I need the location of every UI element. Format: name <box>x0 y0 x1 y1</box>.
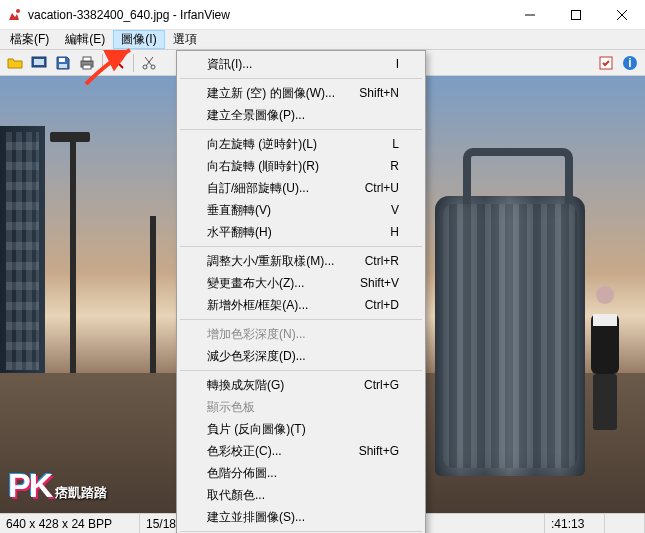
save-button[interactable] <box>52 52 74 74</box>
menu-item-label: 新增外框/框架(A)... <box>207 297 349 314</box>
menu-item-label: 建立全景圖像(P)... <box>207 107 399 124</box>
menu-item-label: 色彩校正(C)... <box>207 443 343 460</box>
menu-item[interactable]: 轉換成灰階(G)Ctrl+G <box>179 374 423 396</box>
watermark-logo: PK <box>8 466 51 505</box>
menu-item[interactable]: 負片 (反向圖像)(T) <box>179 418 423 440</box>
menu-separator <box>180 370 422 371</box>
menu-separator <box>180 129 422 130</box>
menu-item[interactable]: 建立並排圖像(S)... <box>179 506 423 528</box>
svg-rect-0 <box>6 7 22 23</box>
toolbar-separator <box>133 54 134 72</box>
menu-item-label: 垂直翻轉(V) <box>207 202 375 219</box>
menu-item-shortcut: I <box>396 57 399 71</box>
window-controls <box>507 0 645 29</box>
menu-item-label: 調整大小/重新取樣(M)... <box>207 253 349 270</box>
svg-text:i: i <box>628 56 631 70</box>
suitcase-graphic <box>435 196 585 476</box>
slideshow-button[interactable] <box>28 52 50 74</box>
menu-file[interactable]: 檔案(F) <box>2 30 57 49</box>
titlebar: vacation-3382400_640.jpg - IrfanView <box>0 0 645 30</box>
menu-item-label: 取代顏色... <box>207 487 399 504</box>
menu-item-label: 自訂/細部旋轉(U)... <box>207 180 349 197</box>
svg-rect-12 <box>83 65 91 69</box>
menu-item[interactable]: 水平翻轉(H)H <box>179 221 423 243</box>
close-button[interactable] <box>599 0 645 29</box>
menu-item-shortcut: Shift+G <box>359 444 399 458</box>
menu-separator <box>180 319 422 320</box>
menu-edit[interactable]: 編輯(E) <box>57 30 113 49</box>
image-menu-dropdown: 資訊(I)...I建立新 (空) 的圖像(W)...Shift+N建立全景圖像(… <box>176 50 426 533</box>
svg-rect-8 <box>59 58 65 62</box>
print-button[interactable] <box>76 52 98 74</box>
watermark-text: 痞凱踏踏 <box>55 484 107 502</box>
menu-item[interactable]: 建立全景圖像(P)... <box>179 104 423 126</box>
window-title: vacation-3382400_640.jpg - IrfanView <box>28 8 507 22</box>
menu-item-label: 建立並排圖像(S)... <box>207 509 399 526</box>
menu-item[interactable]: 減少色彩深度(D)... <box>179 345 423 367</box>
menu-item-shortcut: V <box>391 203 399 217</box>
menu-separator <box>180 531 422 532</box>
settings-button[interactable] <box>595 52 617 74</box>
app-icon <box>6 7 22 23</box>
watermark: PK 痞凱踏踏 <box>8 466 107 505</box>
menu-separator <box>180 78 422 79</box>
menu-options[interactable]: 選項 <box>165 30 205 49</box>
menu-file-label: 檔案(F) <box>10 31 49 48</box>
status-time: :41:13 <box>545 514 605 533</box>
menu-item-shortcut: Shift+V <box>360 276 399 290</box>
menu-item[interactable]: 垂直翻轉(V)V <box>179 199 423 221</box>
about-button[interactable]: i <box>619 52 641 74</box>
menu-item-label: 水平翻轉(H) <box>207 224 374 241</box>
menu-item: 顯示色板 <box>179 396 423 418</box>
status-extra <box>605 514 645 533</box>
svg-point-1 <box>16 9 20 13</box>
svg-line-17 <box>146 57 153 66</box>
menu-item[interactable]: 變更畫布大小(Z)...Shift+V <box>179 272 423 294</box>
menu-item: 增加色彩深度(N)... <box>179 323 423 345</box>
svg-line-18 <box>145 57 152 66</box>
menu-item[interactable]: 資訊(I)...I <box>179 53 423 75</box>
menu-item-label: 負片 (反向圖像)(T) <box>207 421 399 438</box>
menu-item[interactable]: 建立新 (空) 的圖像(W)...Shift+N <box>179 82 423 104</box>
menu-item-shortcut: Ctrl+G <box>364 378 399 392</box>
delete-button[interactable] <box>107 52 129 74</box>
menu-item-shortcut: Ctrl+R <box>365 254 399 268</box>
menu-item-label: 向左旋轉 (逆時針)(L) <box>207 136 376 153</box>
open-button[interactable] <box>4 52 26 74</box>
maximize-button[interactable] <box>553 0 599 29</box>
menu-item[interactable]: 向右旋轉 (順時針)(R)R <box>179 155 423 177</box>
minimize-button[interactable] <box>507 0 553 29</box>
menu-separator <box>180 246 422 247</box>
menu-item[interactable]: 色彩校正(C)...Shift+G <box>179 440 423 462</box>
menu-edit-label: 編輯(E) <box>65 31 105 48</box>
menubar: 檔案(F) 編輯(E) 圖像(I) 選項 <box>0 30 645 50</box>
menu-item-shortcut: Ctrl+D <box>365 298 399 312</box>
cut-button[interactable] <box>138 52 160 74</box>
menu-item-label: 建立新 (空) 的圖像(W)... <box>207 85 343 102</box>
menu-item-label: 轉換成灰階(G) <box>207 377 348 394</box>
menu-item-label: 資訊(I)... <box>207 56 380 73</box>
menu-item[interactable]: 色階分佈圖... <box>179 462 423 484</box>
menu-item-label: 向右旋轉 (順時針)(R) <box>207 158 374 175</box>
menu-item[interactable]: 取代顏色... <box>179 484 423 506</box>
menu-item[interactable]: 自訂/細部旋轉(U)...Ctrl+U <box>179 177 423 199</box>
menu-item-label: 變更畫布大小(Z)... <box>207 275 344 292</box>
menu-item-label: 顯示色板 <box>207 399 399 416</box>
svg-rect-11 <box>83 57 91 61</box>
menu-image-label: 圖像(I) <box>121 31 156 48</box>
svg-rect-3 <box>572 10 581 19</box>
svg-rect-7 <box>34 59 44 65</box>
menu-item-shortcut: Shift+N <box>359 86 399 100</box>
menu-item-label: 色階分佈圖... <box>207 465 399 482</box>
menu-item[interactable]: 新增外框/框架(A)...Ctrl+D <box>179 294 423 316</box>
menu-item-shortcut: Ctrl+U <box>365 181 399 195</box>
toolbar-separator <box>102 54 103 72</box>
menu-item[interactable]: 調整大小/重新取樣(M)...Ctrl+R <box>179 250 423 272</box>
menu-options-label: 選項 <box>173 31 197 48</box>
menu-item-shortcut: L <box>392 137 399 151</box>
menu-image[interactable]: 圖像(I) <box>113 30 164 49</box>
menu-item-shortcut: H <box>390 225 399 239</box>
menu-item-label: 減少色彩深度(D)... <box>207 348 399 365</box>
menu-item[interactable]: 向左旋轉 (逆時針)(L)L <box>179 133 423 155</box>
menu-item-shortcut: R <box>390 159 399 173</box>
